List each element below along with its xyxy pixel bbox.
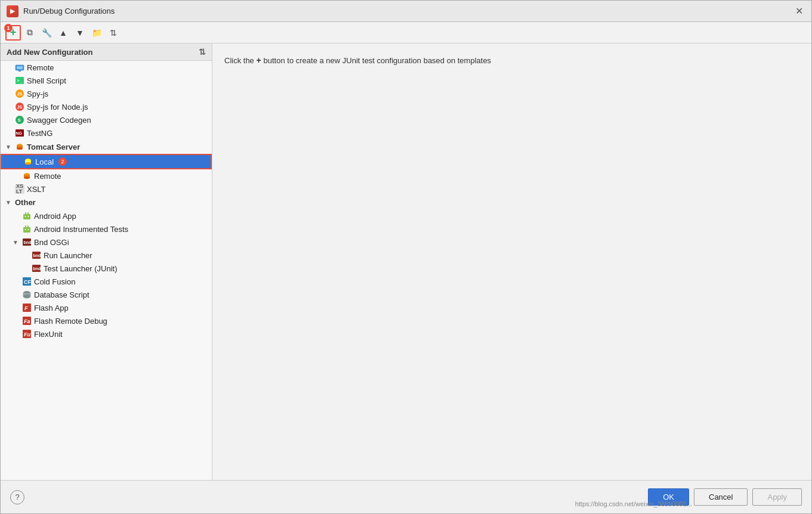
svg-text:S: S	[18, 117, 21, 123]
tree-item-other[interactable]: ▼ Other	[1, 196, 212, 209]
apply-button[interactable]: Apply	[752, 488, 802, 506]
tree-item-spy-js-node[interactable]: JS Spy-js for Node.js	[1, 100, 212, 113]
tree-item-database-script[interactable]: Database Script	[1, 288, 212, 301]
tree-item-testng[interactable]: NG TestNG	[1, 126, 212, 140]
expand-spacer	[5, 104, 13, 110]
database-script-label: Database Script	[34, 290, 89, 299]
swagger-icon: S	[15, 115, 24, 125]
tree-item-flash-remote-debug[interactable]: Fa Flash Remote Debug	[1, 314, 212, 327]
cold-fusion-label: Cold Fusion	[34, 277, 75, 286]
svg-text:bnd: bnd	[33, 267, 41, 271]
tree-item-bnd-run[interactable]: bnd Run Launcher	[1, 249, 212, 262]
expand-spacer	[5, 130, 13, 137]
tree-item-remote[interactable]: Remote	[1, 61, 212, 74]
content-area: Add New Configuration ⇅ Remote	[1, 44, 811, 480]
tomcat-expand-arrow: ▼	[5, 144, 13, 150]
svg-point-16	[17, 147, 23, 150]
bnd-osgi-label: Bnd OSGi	[34, 238, 69, 247]
testng-icon: NG	[15, 128, 24, 138]
tomcat-icon	[15, 142, 24, 151]
tree-item-tomcat-local[interactable]: Local 2	[1, 154, 212, 169]
tree-item-shell-script[interactable]: >_ Shell Script	[1, 74, 212, 87]
tree-item-tomcat-server[interactable]: ▼ Tomcat Server	[1, 140, 212, 154]
move-down-button[interactable]: ▼	[72, 25, 88, 41]
svg-rect-26	[25, 212, 26, 215]
add-configuration-button[interactable]: 1 +	[5, 25, 21, 41]
folder-button[interactable]: 📁	[89, 25, 104, 41]
bottom-bar: ? OK Cancel Apply	[1, 480, 811, 513]
flash-app-icon: F	[22, 303, 32, 312]
tree-item-flexunit[interactable]: Fu FlexUnit	[1, 327, 212, 340]
tree-item-xslt[interactable]: XSLT XSLT	[1, 182, 212, 196]
other-label: Other	[15, 198, 36, 207]
testng-label: TestNG	[27, 129, 53, 138]
shell-script-icon: >_	[15, 76, 24, 85]
tomcat-local-icon	[23, 157, 33, 166]
svg-rect-1	[17, 66, 23, 69]
expand-spacer	[13, 331, 20, 337]
dialog-title: Run/Debug Configurations	[23, 7, 115, 16]
remote-icon	[15, 63, 24, 72]
tree-item-spy-js[interactable]: JS Spy-js	[1, 87, 212, 100]
run-debug-dialog: ▶ Run/Debug Configurations ✕ 1 + ⧉ 🔧 ▲ ▼…	[0, 0, 812, 514]
svg-text:NG: NG	[16, 131, 23, 135]
help-button[interactable]: ?	[10, 490, 24, 504]
expand-spacer	[5, 91, 13, 97]
bnd-run-label: Run Launcher	[44, 251, 92, 260]
svg-point-24	[24, 177, 30, 179]
tree-item-android-instrumented[interactable]: Android Instrumented Tests	[1, 222, 212, 236]
svg-point-45	[23, 295, 30, 298]
android-app-label: Android App	[34, 212, 76, 221]
xslt-label: XSLT	[27, 185, 46, 194]
expand-spacer	[13, 305, 20, 311]
svg-text:JS: JS	[17, 92, 23, 96]
flexunit-label: FlexUnit	[34, 330, 63, 339]
swagger-codegen-label: Swagger Codegen	[27, 116, 91, 125]
android-instrumented-icon	[22, 224, 32, 234]
expand-spacer	[5, 64, 13, 71]
sort-icon: ⇅	[110, 28, 117, 38]
up-icon: ▲	[59, 28, 67, 38]
bnd-test-icon: bnd	[32, 264, 41, 273]
svg-rect-30	[23, 227, 30, 233]
tree-item-bnd-test[interactable]: bnd Test Launcher (JUnit)	[1, 262, 212, 275]
tomcat-server-label: Tomcat Server	[27, 143, 80, 151]
hint-plus-icon: +	[256, 55, 263, 65]
svg-point-34	[28, 229, 29, 230]
tree-item-android-app[interactable]: Android App	[1, 209, 212, 222]
tomcat-local-badge: 2	[58, 157, 67, 166]
title-bar-left: ▶ Run/Debug Configurations	[7, 5, 115, 17]
bnd-expand-arrow: ▼	[13, 239, 20, 246]
sort-button[interactable]: ⇅	[106, 25, 121, 41]
right-panel: Click the + button to create a new JUnit…	[212, 44, 811, 480]
svg-rect-25	[23, 214, 30, 219]
help-icon: ?	[15, 493, 19, 501]
move-up-button[interactable]: ▲	[55, 25, 71, 41]
app-icon: ▶	[7, 5, 18, 17]
expand-spacer	[13, 278, 20, 285]
svg-point-28	[25, 216, 26, 217]
cancel-button[interactable]: Cancel	[694, 488, 748, 506]
tree-item-bnd-osgi[interactable]: ▼ bnd Bnd OSGi	[1, 236, 212, 249]
tomcat-remote-label: Remote	[34, 172, 61, 181]
flash-remote-debug-icon: Fa	[22, 316, 32, 326]
svg-rect-32	[27, 225, 29, 228]
tree-item-flash-app[interactable]: F Flash App	[1, 301, 212, 314]
tree-item-tomcat-remote[interactable]: Remote	[1, 169, 212, 182]
tree-item-cold-fusion[interactable]: CF Cold Fusion	[1, 275, 212, 288]
svg-rect-27	[27, 212, 29, 215]
wrench-button[interactable]: 🔧	[39, 25, 54, 41]
expand-spacer	[13, 173, 20, 179]
tree-item-swagger-codegen[interactable]: S Swagger Codegen	[1, 113, 212, 126]
database-script-icon	[22, 290, 32, 299]
close-button[interactable]: ✕	[792, 5, 805, 18]
bnd-test-label: Test Launcher (JUnit)	[44, 264, 118, 273]
filter-icon[interactable]: ⇅	[199, 47, 206, 57]
svg-text:JS: JS	[17, 105, 23, 109]
url-hint: https://blog.csdn.net/weixin_38890001...	[575, 500, 692, 507]
expand-spacer	[13, 226, 20, 233]
tree-area[interactable]: Remote >_ Shell Script	[1, 61, 212, 480]
down-icon: ▼	[76, 28, 84, 38]
svg-rect-31	[25, 225, 26, 228]
copy-button[interactable]: ⧉	[22, 25, 38, 41]
